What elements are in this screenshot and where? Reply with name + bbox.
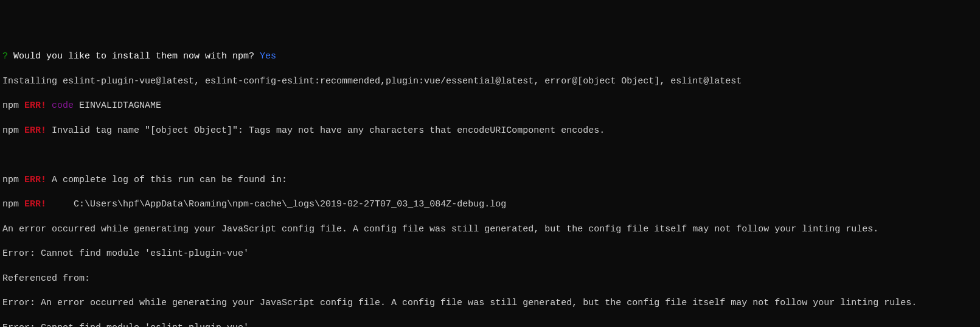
npm-err-invalid-line: npm ERR! Invalid tag name "[object Objec…	[2, 125, 978, 137]
npm-prefix: npm	[2, 199, 24, 209]
installing-line: Installing eslint-plugin-vue@latest, esl…	[2, 76, 978, 88]
error-cannot-find-line: Error: Cannot find module 'eslint-plugin…	[2, 248, 978, 260]
npm-prefix: npm	[2, 175, 24, 185]
prompt-answer: Yes	[260, 51, 276, 62]
log-msg: A complete log of this run can be found …	[46, 175, 287, 185]
err-label: ERR!	[24, 199, 46, 209]
code-label: code	[46, 100, 74, 111]
npm-prefix: npm	[2, 100, 24, 111]
error-generate-line-2: Error: An error occurred while generatin…	[2, 297, 978, 309]
referenced-from-line: Referenced from:	[2, 273, 978, 285]
log-path: C:\Users\hpf\AppData\Roaming\npm-cache\_…	[46, 199, 506, 209]
prompt-marker: ?	[2, 51, 8, 62]
err-label: ERR!	[24, 175, 46, 185]
err-label: ERR!	[24, 125, 46, 136]
blank-line	[2, 149, 978, 161]
code-value: EINVALIDTAGNAME	[74, 100, 161, 111]
prompt-question: Would you like to install them now with …	[8, 51, 260, 62]
npm-err-logpath-line: npm ERR! C:\Users\hpf\AppData\Roaming\np…	[2, 199, 978, 211]
error-generate-line: An error occurred while generating your …	[2, 223, 978, 236]
npm-prefix: npm	[2, 125, 24, 136]
npm-err-log-line: npm ERR! A complete log of this run can …	[2, 174, 978, 186]
npm-err-code-line: npm ERR! code EINVALIDTAGNAME	[2, 100, 978, 112]
error-cannot-find-line-2: Error: Cannot find module 'eslint-plugin…	[2, 322, 978, 328]
err-invalid-msg: Invalid tag name "[object Object]": Tags…	[46, 125, 605, 136]
prompt-line: ? Would you like to install them now wit…	[2, 51, 978, 63]
err-label: ERR!	[24, 100, 46, 111]
